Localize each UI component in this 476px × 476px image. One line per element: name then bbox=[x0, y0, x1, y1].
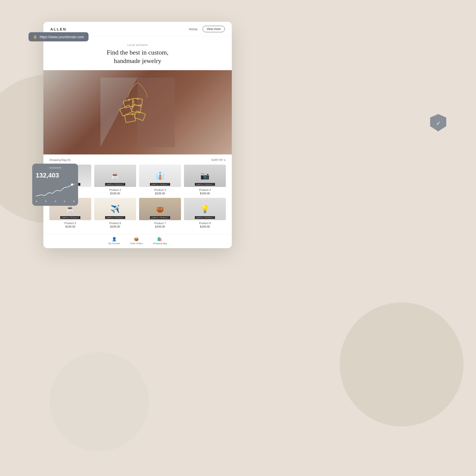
product-icon: 💡 bbox=[200, 205, 209, 213]
product-price: $199.00 bbox=[49, 225, 91, 228]
product-card[interactable]: 👔 SAMPLE PRODUCT Product 3 $199.00 bbox=[139, 165, 181, 195]
product-icon: 👔 bbox=[155, 171, 165, 180]
jewelry-svg bbox=[100, 78, 175, 147]
bg-decoration-2 bbox=[340, 302, 464, 426]
product-image: 👜 SAMPLE PRODUCT bbox=[139, 198, 181, 220]
hero-image bbox=[43, 70, 232, 154]
svg-point-0 bbox=[71, 183, 73, 186]
site-logo: ALLEN bbox=[50, 27, 66, 31]
bottom-nav-label: My Account bbox=[108, 242, 120, 245]
product-icon: 📷 bbox=[200, 171, 209, 180]
bottom-nav-label: Shopping Bag bbox=[153, 242, 167, 245]
product-badge: SAMPLE PRODUCT bbox=[195, 183, 215, 186]
url-text: https://www.yourdomain.com bbox=[40, 35, 84, 39]
bottom-nav-item[interactable]: 🛍️ Shopping Bag bbox=[153, 237, 167, 245]
bottom-nav-label: Track Orders bbox=[130, 242, 143, 245]
stats-card: 132,403 bbox=[32, 164, 78, 206]
product-card[interactable]: 📷 SAMPLE PRODUCT Product 4 $199.00 bbox=[184, 165, 226, 195]
bottom-nav-item[interactable]: 📦 Track Orders bbox=[130, 237, 143, 245]
product-badge: SAMPLE PRODUCT bbox=[150, 183, 170, 186]
product-image: ✈️ SAMPLE PRODUCT bbox=[94, 198, 136, 220]
bg-decoration-3 bbox=[50, 352, 149, 451]
address-bar[interactable]: 🔒 https://www.yourdomain.com bbox=[29, 32, 89, 41]
browser-window: ALLEN Home View more Local artisans Find… bbox=[43, 22, 232, 248]
product-card[interactable]: ☕ SAMPLE PRODUCT Product 2 $199.00 bbox=[94, 165, 136, 195]
product-badge: SAMPLE PRODUCT bbox=[150, 216, 170, 219]
product-name: Product 5 bbox=[49, 222, 91, 225]
security-badge: ✓ bbox=[430, 114, 446, 131]
svg-point-10 bbox=[137, 98, 139, 100]
product-name: Product 7 bbox=[139, 222, 181, 225]
product-image: 💡 SAMPLE PRODUCT bbox=[184, 198, 226, 220]
product-image: 👔 SAMPLE PRODUCT bbox=[139, 165, 181, 187]
product-badge: SAMPLE PRODUCT bbox=[105, 216, 125, 219]
svg-rect-7 bbox=[125, 113, 136, 122]
product-name: Product 3 bbox=[139, 188, 181, 191]
product-section-header: Shopping Bag (0) SORT BY ∨ bbox=[49, 158, 226, 162]
product-icon: ☕ bbox=[111, 171, 120, 180]
product-badge: SAMPLE PRODUCT bbox=[195, 216, 215, 219]
product-name: Product 8 bbox=[184, 222, 226, 225]
product-price: $199.00 bbox=[139, 192, 181, 195]
svg-point-13 bbox=[132, 113, 134, 115]
svg-point-9 bbox=[128, 99, 130, 101]
product-card[interactable]: 👜 SAMPLE PRODUCT Product 7 $199.00 bbox=[139, 198, 181, 228]
bottom-nav: 👤 My Account 📦 Track Orders 🛍️ Shopping … bbox=[43, 234, 232, 248]
product-image: 📷 SAMPLE PRODUCT bbox=[184, 165, 226, 187]
product-icon: 👜 bbox=[155, 205, 165, 213]
product-price: $199.00 bbox=[184, 225, 226, 228]
product-icon: ✈️ bbox=[111, 205, 120, 213]
nav-home-link[interactable]: Home bbox=[189, 27, 198, 31]
nav-links: Home View more bbox=[189, 26, 225, 32]
product-badge: SAMPLE PRODUCT bbox=[105, 183, 125, 186]
stat-number: 132,403 bbox=[36, 172, 75, 179]
hero-sub-label: Local artisans bbox=[48, 43, 227, 46]
product-card[interactable]: 💡 SAMPLE PRODUCT Product 8 $199.00 bbox=[184, 198, 226, 228]
product-badge: SAMPLE PRODUCT bbox=[60, 216, 81, 219]
shopping-bag-label: Shopping Bag (0) bbox=[49, 158, 71, 161]
card-handle bbox=[49, 167, 61, 169]
bottom-nav-item[interactable]: 👤 My Account bbox=[108, 237, 120, 245]
sort-by-control[interactable]: SORT BY ∨ bbox=[211, 158, 226, 162]
bottom-nav-icon: 🛍️ bbox=[157, 237, 162, 241]
product-icon: ☕ bbox=[66, 205, 75, 213]
product-card[interactable]: ✈️ SAMPLE PRODUCT Product 6 $199.00 bbox=[94, 198, 136, 228]
product-price: $199.00 bbox=[184, 192, 226, 195]
bottom-nav-icon: 📦 bbox=[134, 237, 139, 241]
product-price: $199.00 bbox=[139, 225, 181, 228]
hero-title: Find the best in custom, handmade jewelr… bbox=[48, 48, 227, 65]
product-name: Product 4 bbox=[184, 188, 226, 191]
svg-point-12 bbox=[140, 104, 142, 106]
lock-icon: 🔒 bbox=[33, 35, 37, 39]
check-icon: ✓ bbox=[436, 120, 441, 127]
bottom-nav-icon: 👤 bbox=[112, 237, 117, 241]
svg-point-14 bbox=[138, 111, 140, 113]
product-name: Product 2 bbox=[94, 188, 136, 191]
view-more-button[interactable]: View more bbox=[203, 26, 225, 32]
chart-area bbox=[36, 182, 75, 199]
product-name: Product 6 bbox=[94, 222, 136, 225]
product-price: $199.00 bbox=[94, 225, 136, 228]
product-price: $199.00 bbox=[94, 192, 136, 195]
svg-point-11 bbox=[132, 106, 134, 108]
hero-section: Local artisans Find the best in custom, … bbox=[43, 36, 232, 70]
product-image: ☕ SAMPLE PRODUCT bbox=[94, 165, 136, 187]
chart-dots bbox=[36, 201, 75, 202]
